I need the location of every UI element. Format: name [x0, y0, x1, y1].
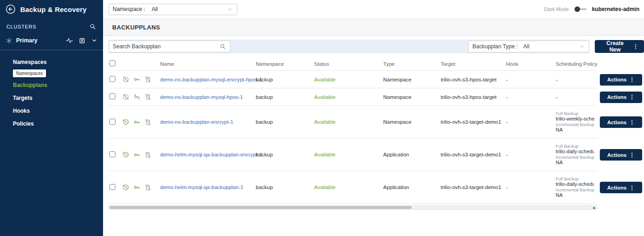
kebab-icon: ⋮ [629, 94, 635, 100]
full-backup-label: Full Backup [556, 111, 594, 116]
backupplans-table: Name Namespace Status Type Target Hook S… [109, 57, 644, 204]
chevron-down-icon[interactable] [91, 37, 98, 44]
schedule-enabled-icon [122, 151, 129, 158]
search-icon[interactable] [219, 43, 226, 50]
backupplan-name-link[interactable]: demo-ns-backupplan-mysql-encrypt-hpos-1 [160, 77, 262, 82]
full-backup-schedule: trilio-daily-schedu [556, 149, 594, 155]
header-scheduling-policy: Scheduling Policy [556, 61, 597, 67]
backupplan-type-value: All [523, 43, 529, 50]
row-target: trilio-ovh-s3-hpos-target [441, 94, 506, 100]
clusters-label: CLUSTERS [6, 24, 36, 29]
page-title: BACKUPPLANS [112, 24, 160, 31]
row-status: Available [314, 119, 383, 125]
search-box [109, 40, 230, 52]
incremental-backup-label: Incremental Backup [556, 187, 594, 192]
backupplan-name-link[interactable]: demo-ns-backupplan-mysql-hpos-1 [160, 94, 243, 100]
table-row: demo-ns-backupplan-mysql-hpos-1 backup A… [109, 88, 644, 106]
backupplan-name-link[interactable]: demo-helm-mysql-qa-backupplan-encrypt-1 [160, 152, 262, 157]
scroll-right-arrow-icon[interactable]: ▶ [593, 206, 596, 210]
actions-label: Actions [607, 120, 627, 125]
backupplan-name-link[interactable]: demo-helm-mysql-qa-backupplan-1 [160, 184, 243, 190]
app-title: Backup & Recovery [20, 6, 86, 13]
table-body: demo-ns-backupplan-mysql-encrypt-hpos-1 … [109, 71, 644, 204]
actions-label: Actions [607, 94, 627, 100]
incremental-backup-label: Incremental Backup [556, 122, 594, 127]
sidebar-item-targets[interactable]: Targets [0, 92, 103, 104]
chevron-down-icon [226, 6, 233, 13]
row-scheduling-policy: - [556, 94, 597, 100]
actions-label: Actions [607, 77, 627, 82]
sidebar-item-backupplans[interactable]: Backupplans [0, 79, 103, 92]
search-icon[interactable] [89, 23, 97, 30]
backupplan-type-label: Backupplan Type : [472, 43, 518, 50]
row-checkbox[interactable] [109, 119, 115, 125]
dark-mode-label: Dark Mode [544, 6, 569, 12]
hook-disabled-icon [144, 184, 151, 191]
toolbar: Backupplan Type : All Create New ⋮ [109, 40, 644, 53]
row-namespace: backup [256, 94, 314, 100]
actions-button[interactable]: Actions⋮ [600, 182, 642, 193]
sidebar-item-policies[interactable]: Policies [0, 117, 103, 130]
row-status: Available [314, 184, 383, 190]
row-type: Application [383, 184, 441, 190]
actions-button[interactable]: Actions⋮ [600, 116, 642, 128]
row-checkbox[interactable] [109, 76, 115, 82]
row-checkbox[interactable] [109, 151, 115, 157]
encryption-disabled-icon [133, 93, 140, 100]
full-backup-schedule: trilio-daily-schedu [556, 181, 594, 188]
row-hook: - [506, 77, 556, 82]
back-arrow-icon[interactable] [6, 4, 16, 14]
main-area: Namespace : All Dark Mode kubernetes-adm… [103, 0, 644, 236]
row-checkbox[interactable] [109, 93, 115, 99]
namespace-dropdown[interactable]: Namespace : All [109, 4, 237, 15]
hook-disabled-icon [144, 76, 151, 83]
schedule-disabled-icon [122, 76, 129, 83]
cluster-icon [6, 37, 12, 44]
hook-disabled-icon [144, 119, 151, 126]
sidebar-item-namespaces[interactable]: Namespaces [0, 56, 103, 69]
dark-mode-toggle[interactable] [575, 6, 586, 12]
backupplan-name-link[interactable]: demo-ns-backupplan-encrypt-1 [160, 119, 233, 125]
cluster-row-primary[interactable]: Primary [0, 33, 103, 50]
table-row: demo-helm-mysql-qa-backupplan-encrypt-1 … [109, 138, 644, 171]
schedule-disabled-icon [122, 93, 129, 100]
sidebar-item-hooks[interactable]: Hooks [0, 104, 103, 117]
header-target: Target [441, 61, 506, 67]
select-all-checkbox[interactable] [109, 60, 115, 66]
row-namespace: backup [256, 119, 314, 125]
row-scheduling-policy: Full Backuptrilio-daily-scheduIncrementa… [556, 144, 597, 166]
full-backup-schedule: trilio-weekly-sche [556, 116, 594, 122]
scrollbar-thumb[interactable] [109, 206, 412, 209]
row-namespace: backup [256, 184, 314, 190]
header-status: Status [314, 61, 383, 67]
row-hook: - [506, 184, 556, 190]
row-target: trilio-ovh-s3-target-demo1 [441, 152, 506, 157]
actions-button[interactable]: Actions⋮ [600, 149, 642, 161]
horizontal-scrollbar[interactable]: ▶ [109, 205, 597, 210]
kebab-icon: ⋮ [629, 77, 635, 82]
table-header-row: Name Namespace Status Type Target Hook S… [109, 57, 644, 71]
namespace-dropdown-label: Namespace : [113, 6, 145, 12]
header-hook: Hook [506, 61, 556, 67]
row-status: Available [314, 77, 383, 82]
row-status-icons [122, 76, 160, 83]
create-new-button[interactable]: Create New ⋮ [595, 40, 644, 53]
backupplan-type-dropdown[interactable]: Backupplan Type : All [468, 40, 589, 52]
chevron-down-icon [579, 43, 585, 50]
row-namespace: backup [256, 77, 314, 82]
sidebar: Backup & Recovery CLUSTERS Primary Names… [0, 0, 103, 236]
actions-button[interactable]: Actions⋮ [600, 92, 642, 103]
disk-icon[interactable] [79, 37, 86, 44]
search-input[interactable] [113, 43, 219, 50]
row-namespace: backup [256, 152, 314, 157]
row-hook: - [506, 94, 556, 100]
content: Backupplan Type : All Create New ⋮ [103, 36, 644, 236]
hook-disabled-icon [144, 151, 151, 158]
activity-pulse-icon[interactable] [66, 37, 73, 44]
encryption-enabled-icon [133, 184, 140, 191]
actions-button[interactable]: Actions⋮ [600, 74, 642, 86]
row-checkbox[interactable] [109, 184, 115, 190]
topbar: Namespace : All Dark Mode kubernetes-adm… [103, 0, 644, 18]
incremental-backup-label: Incremental Backup [556, 155, 594, 160]
encryption-enabled-icon [133, 76, 140, 83]
